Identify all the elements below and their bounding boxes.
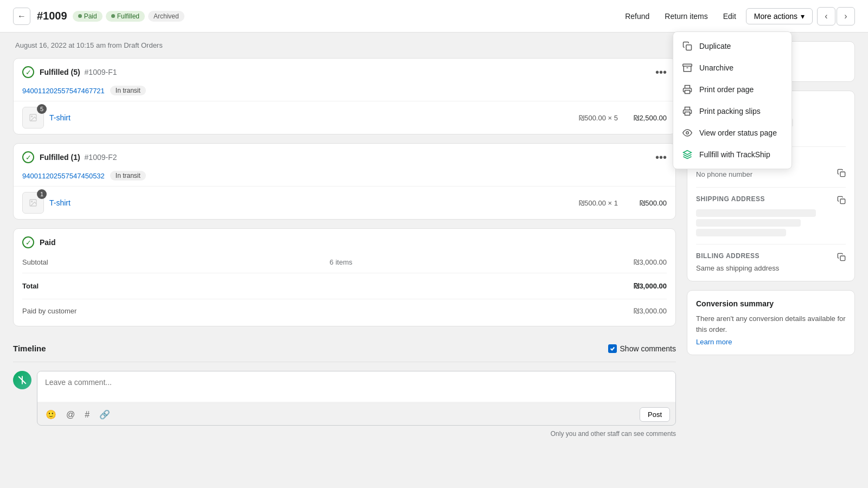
timeline-title: Timeline — [13, 344, 46, 353]
product-image-1: 5 — [22, 107, 44, 129]
left-column: August 16, 2022 at 10:15 am from Draft O… — [13, 41, 676, 438]
back-button[interactable]: ← — [13, 8, 30, 25]
duplicate-option[interactable]: Duplicate — [673, 35, 792, 57]
archived-badge: Archived — [148, 11, 184, 22]
svg-rect-1 — [683, 64, 692, 66]
shipping-address-line1 — [696, 209, 816, 217]
top-bar: ← #1009 Paid Fulfilled Archived Refund R… — [0, 0, 868, 33]
product-name-2-link[interactable]: T-shirt — [49, 198, 573, 207]
refund-button[interactable]: Refund — [620, 9, 655, 24]
tracking-number-1-link[interactable]: 940011202557547467721 — [22, 87, 105, 95]
tracking-row-1: 940011202557547467721 In transit — [14, 86, 675, 101]
in-transit-badge-1: In transit — [110, 86, 146, 95]
payment-card: ✓ Paid Subtotal 6 items ₪3,000.00 Total … — [13, 228, 676, 326]
more-actions-button[interactable]: More actions ▾ — [746, 8, 813, 24]
user-avatar — [13, 371, 31, 389]
product-total-2: ₪500.00 — [623, 199, 667, 207]
header-actions: Refund Return items Edit More actions ▾ … — [620, 7, 855, 25]
fulfilled-dot — [111, 14, 115, 18]
view-order-status-option[interactable]: View order status page — [673, 122, 792, 144]
billing-address-label: BILLING ADDRESS — [696, 252, 760, 260]
payment-section: ✓ Paid Subtotal 6 items ₪3,000.00 Total … — [14, 229, 675, 326]
tracking-number-2-link[interactable]: 940011202557547450532 — [22, 172, 105, 180]
trackship-option[interactable]: Fullfill with TrackShip — [673, 144, 792, 165]
svg-rect-0 — [686, 45, 692, 50]
unarchive-icon — [682, 62, 693, 73]
fulfillment-2-more-button[interactable]: ••• — [655, 152, 667, 163]
conversion-text: There aren't any conversion details avai… — [696, 313, 846, 335]
comment-input[interactable] — [37, 371, 675, 402]
paid-by-row: Paid by customer ₪3,000.00 — [22, 304, 667, 318]
print-icon — [682, 84, 693, 95]
prev-order-button[interactable]: ‹ — [817, 7, 835, 25]
payment-header: ✓ Paid — [22, 236, 667, 248]
fulfilled-2-icon: ✓ — [22, 151, 34, 163]
duplicate-icon — [682, 41, 693, 52]
svg-rect-4 — [685, 112, 690, 115]
conversion-card: Conversion summary There aren't any conv… — [687, 290, 855, 355]
subtotal-row: Subtotal 6 items ₪3,000.00 — [22, 256, 667, 268]
staff-note: Only you and other staff can see comment… — [13, 430, 676, 438]
svg-rect-11 — [840, 199, 845, 204]
quantity-badge-1: 5 — [37, 104, 47, 114]
comment-toolbar: 🙂 @ # 🔗 Post — [37, 403, 675, 425]
copy-contact-icon[interactable] — [837, 169, 846, 179]
quantity-badge-2: 1 — [37, 189, 47, 199]
emoji-button[interactable]: 🙂 — [43, 408, 59, 421]
show-comments-wrap: Show comments — [608, 344, 676, 353]
tracking-row-2: 940011202557547450532 In transit — [14, 171, 675, 186]
product-price-2: ₪500.00 × 1 — [579, 199, 618, 207]
print-order-option[interactable]: Print order page — [673, 79, 792, 100]
product-price-1: ₪500.00 × 5 — [579, 114, 618, 122]
shipping-address-line3 — [696, 229, 786, 236]
paid-dot — [78, 14, 82, 18]
product-row-1: 5 T-shirt ₪500.00 × 5 ₪2,500.00 — [14, 101, 675, 134]
shipping-address-line2 — [696, 219, 801, 227]
fulfillment-1-header: ✓ Fulfilled (5) #1009-F1 ••• — [14, 59, 675, 86]
nav-arrows: ‹ › — [817, 7, 855, 25]
fulfillment-2-title: Fulfilled (1) #1009-F2 — [40, 153, 650, 162]
return-items-button[interactable]: Return items — [659, 9, 713, 24]
copy-billing-icon[interactable] — [837, 253, 846, 264]
order-number: #1009 — [37, 10, 67, 22]
svg-rect-10 — [840, 172, 845, 177]
post-button[interactable]: Post — [640, 407, 670, 422]
print-packing-option[interactable]: Print packing slips — [673, 100, 792, 122]
fulfillment-card-1: ✓ Fulfilled (5) #1009-F1 ••• 94001120255… — [13, 58, 676, 134]
print-packing-icon — [682, 106, 693, 117]
fulfilled-badge: Fulfilled — [106, 11, 145, 22]
mention-button[interactable]: @ — [63, 408, 78, 421]
paid-badge: Paid — [73, 11, 103, 22]
product-row-2: 1 T-shirt ₪500.00 × 1 ₪500.00 — [14, 186, 675, 219]
edit-button[interactable]: Edit — [718, 9, 742, 24]
more-actions-dropdown: Duplicate Unarchive Print order page Pri… — [673, 31, 792, 169]
learn-more-link[interactable]: Learn more — [696, 338, 732, 346]
fulfillment-1-more-button[interactable]: ••• — [655, 67, 667, 78]
billing-same-text: Same as shipping address — [696, 264, 846, 272]
payment-status-title: Paid — [40, 238, 56, 247]
hashtag-button[interactable]: # — [82, 408, 92, 421]
timeline-section: Timeline Show comments — [13, 335, 676, 438]
show-comments-checkbox[interactable] — [608, 344, 617, 353]
timeline-header: Timeline Show comments — [13, 344, 676, 353]
next-order-button[interactable]: › — [837, 7, 855, 25]
total-row: Total ₪3,000.00 — [22, 278, 667, 294]
product-total-1: ₪2,500.00 — [623, 114, 667, 122]
fulfilled-1-icon: ✓ — [22, 66, 34, 78]
fulfillment-card-2: ✓ Fulfilled (1) #1009-F2 ••• 94001120255… — [13, 143, 676, 220]
payment-status-icon: ✓ — [22, 236, 34, 248]
link-button[interactable]: 🔗 — [97, 408, 113, 421]
chevron-down-icon: ▾ — [801, 12, 805, 21]
conversion-title: Conversion summary — [696, 299, 846, 308]
fulfillment-1-title: Fulfilled (5) #1009-F1 — [40, 68, 650, 76]
contact-row: No phone number — [696, 169, 846, 179]
comment-box: 🙂 @ # 🔗 Post — [13, 371, 676, 426]
shipping-address-label: SHIPPING ADDRESS — [696, 195, 765, 203]
svg-point-9 — [31, 201, 33, 202]
comment-input-wrap: 🙂 @ # 🔗 Post — [37, 371, 676, 426]
order-subtitle: August 16, 2022 at 10:15 am from Draft O… — [13, 41, 676, 49]
svg-point-7 — [31, 116, 33, 117]
unarchive-option[interactable]: Unarchive — [673, 57, 792, 79]
product-name-1-link[interactable]: T-shirt — [49, 113, 573, 122]
copy-shipping-icon[interactable] — [837, 196, 846, 207]
